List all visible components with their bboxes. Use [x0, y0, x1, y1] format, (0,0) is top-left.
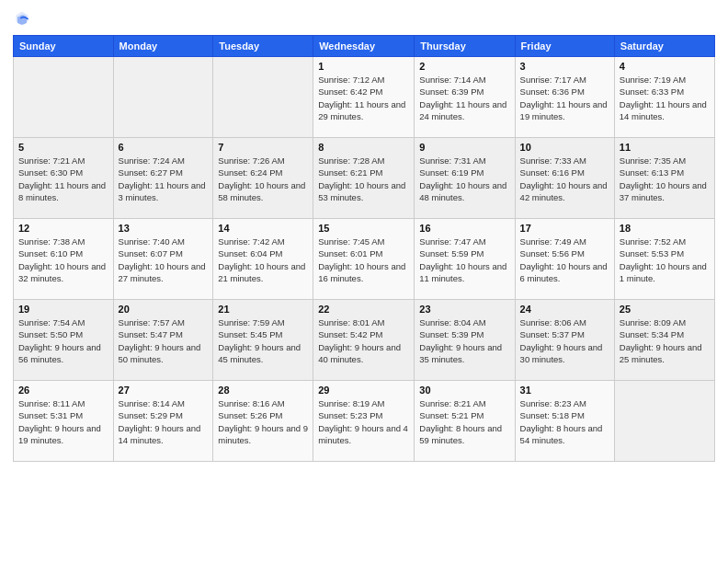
calendar-cell: 28Sunrise: 8:16 AMSunset: 5:26 PMDayligh… [213, 381, 313, 462]
calendar-cell: 17Sunrise: 7:49 AMSunset: 5:56 PMDayligh… [515, 219, 614, 300]
day-info: Sunrise: 7:52 AMSunset: 5:53 PMDaylight:… [620, 236, 710, 284]
day-info: Sunrise: 8:16 AMSunset: 5:26 PMDaylight:… [218, 397, 308, 446]
day-number: 20 [119, 304, 209, 315]
logo-icon [13, 9, 31, 28]
logo [13, 9, 35, 28]
day-info: Sunrise: 7:19 AMSunset: 6:33 PMDaylight:… [620, 74, 710, 122]
calendar-cell: 27Sunrise: 8:14 AMSunset: 5:29 PMDayligh… [113, 381, 213, 462]
day-number: 6 [119, 142, 209, 153]
calendar-cell: 31Sunrise: 8:23 AMSunset: 5:18 PMDayligh… [515, 381, 614, 462]
week-row-1: 1Sunrise: 7:12 AMSunset: 6:42 PMDaylight… [14, 57, 715, 138]
weekday-header-saturday: Saturday [614, 36, 714, 57]
calendar-cell: 13Sunrise: 7:40 AMSunset: 6:07 PMDayligh… [113, 219, 213, 300]
day-number: 23 [419, 304, 509, 315]
calendar-cell: 16Sunrise: 7:47 AMSunset: 5:59 PMDayligh… [415, 219, 515, 300]
day-number: 10 [520, 142, 609, 153]
calendar-cell: 22Sunrise: 8:01 AMSunset: 5:42 PMDayligh… [313, 300, 415, 381]
day-info: Sunrise: 8:09 AMSunset: 5:34 PMDaylight:… [620, 316, 710, 365]
calendar-cell: 8Sunrise: 7:28 AMSunset: 6:21 PMDaylight… [313, 138, 415, 219]
week-row-5: 26Sunrise: 8:11 AMSunset: 5:31 PMDayligh… [14, 381, 715, 462]
day-info: Sunrise: 7:42 AMSunset: 6:04 PMDaylight:… [218, 236, 308, 284]
day-number: 1 [318, 61, 409, 72]
weekday-header-tuesday: Tuesday [213, 36, 313, 57]
calendar-cell: 5Sunrise: 7:21 AMSunset: 6:30 PMDaylight… [14, 138, 114, 219]
day-number: 8 [318, 142, 409, 153]
weekday-header-monday: Monday [113, 36, 213, 57]
day-number: 17 [520, 223, 609, 234]
day-info: Sunrise: 7:35 AMSunset: 6:13 PMDaylight:… [620, 155, 710, 203]
day-info: Sunrise: 7:12 AMSunset: 6:42 PMDaylight:… [318, 74, 409, 122]
day-info: Sunrise: 7:57 AMSunset: 5:47 PMDaylight:… [119, 316, 209, 365]
weekday-header-wednesday: Wednesday [313, 36, 415, 57]
day-number: 18 [620, 223, 710, 234]
calendar-cell: 29Sunrise: 8:19 AMSunset: 5:23 PMDayligh… [313, 381, 415, 462]
week-row-3: 12Sunrise: 7:38 AMSunset: 6:10 PMDayligh… [14, 219, 715, 300]
calendar-cell [614, 381, 714, 462]
calendar-cell [14, 57, 114, 138]
calendar-cell [213, 57, 313, 138]
day-number: 7 [218, 142, 308, 153]
day-info: Sunrise: 7:54 AMSunset: 5:50 PMDaylight:… [18, 316, 108, 365]
calendar-cell: 25Sunrise: 8:09 AMSunset: 5:34 PMDayligh… [614, 300, 714, 381]
day-number: 16 [419, 223, 509, 234]
day-info: Sunrise: 7:40 AMSunset: 6:07 PMDaylight:… [119, 236, 209, 284]
week-row-4: 19Sunrise: 7:54 AMSunset: 5:50 PMDayligh… [14, 300, 715, 381]
day-number: 31 [520, 385, 609, 396]
weekday-header-thursday: Thursday [415, 36, 515, 57]
day-number: 4 [620, 61, 710, 72]
day-number: 9 [419, 142, 509, 153]
calendar-cell: 21Sunrise: 7:59 AMSunset: 5:45 PMDayligh… [213, 300, 313, 381]
calendar-cell: 7Sunrise: 7:26 AMSunset: 6:24 PMDaylight… [213, 138, 313, 219]
calendar-table: SundayMondayTuesdayWednesdayThursdayFrid… [13, 35, 715, 462]
day-info: Sunrise: 7:31 AMSunset: 6:19 PMDaylight:… [419, 155, 509, 203]
day-info: Sunrise: 8:01 AMSunset: 5:42 PMDaylight:… [318, 316, 409, 365]
calendar-cell: 20Sunrise: 7:57 AMSunset: 5:47 PMDayligh… [113, 300, 213, 381]
day-number: 2 [419, 61, 509, 72]
day-info: Sunrise: 8:23 AMSunset: 5:18 PMDaylight:… [520, 397, 609, 446]
day-number: 24 [520, 304, 609, 315]
day-number: 29 [318, 385, 409, 396]
weekday-header-friday: Friday [515, 36, 614, 57]
day-number: 11 [620, 142, 710, 153]
header [13, 9, 715, 28]
day-info: Sunrise: 8:06 AMSunset: 5:37 PMDaylight:… [520, 316, 609, 365]
day-info: Sunrise: 7:47 AMSunset: 5:59 PMDaylight:… [419, 236, 509, 284]
day-number: 22 [318, 304, 409, 315]
calendar-cell: 23Sunrise: 8:04 AMSunset: 5:39 PMDayligh… [415, 300, 515, 381]
calendar-cell [113, 57, 213, 138]
calendar-cell: 11Sunrise: 7:35 AMSunset: 6:13 PMDayligh… [614, 138, 714, 219]
calendar-cell: 1Sunrise: 7:12 AMSunset: 6:42 PMDaylight… [313, 57, 415, 138]
calendar-cell: 15Sunrise: 7:45 AMSunset: 6:01 PMDayligh… [313, 219, 415, 300]
day-info: Sunrise: 7:59 AMSunset: 5:45 PMDaylight:… [218, 316, 308, 365]
calendar-cell: 6Sunrise: 7:24 AMSunset: 6:27 PMDaylight… [113, 138, 213, 219]
day-info: Sunrise: 8:04 AMSunset: 5:39 PMDaylight:… [419, 316, 509, 365]
calendar-cell: 2Sunrise: 7:14 AMSunset: 6:39 PMDaylight… [415, 57, 515, 138]
calendar-cell: 10Sunrise: 7:33 AMSunset: 6:16 PMDayligh… [515, 138, 614, 219]
calendar-cell: 30Sunrise: 8:21 AMSunset: 5:21 PMDayligh… [415, 381, 515, 462]
day-info: Sunrise: 7:14 AMSunset: 6:39 PMDaylight:… [419, 74, 509, 122]
calendar-cell: 9Sunrise: 7:31 AMSunset: 6:19 PMDaylight… [415, 138, 515, 219]
calendar-cell: 3Sunrise: 7:17 AMSunset: 6:36 PMDaylight… [515, 57, 614, 138]
day-number: 30 [419, 385, 509, 396]
day-number: 25 [620, 304, 710, 315]
calendar-cell: 24Sunrise: 8:06 AMSunset: 5:37 PMDayligh… [515, 300, 614, 381]
day-number: 27 [119, 385, 209, 396]
day-number: 15 [318, 223, 409, 234]
day-info: Sunrise: 7:45 AMSunset: 6:01 PMDaylight:… [318, 236, 409, 284]
day-number: 3 [520, 61, 609, 72]
day-info: Sunrise: 7:24 AMSunset: 6:27 PMDaylight:… [119, 155, 209, 203]
day-info: Sunrise: 8:14 AMSunset: 5:29 PMDaylight:… [119, 397, 209, 446]
week-row-2: 5Sunrise: 7:21 AMSunset: 6:30 PMDaylight… [14, 138, 715, 219]
calendar-cell: 4Sunrise: 7:19 AMSunset: 6:33 PMDaylight… [614, 57, 714, 138]
weekday-header-row: SundayMondayTuesdayWednesdayThursdayFrid… [14, 36, 715, 57]
day-info: Sunrise: 7:21 AMSunset: 6:30 PMDaylight:… [18, 155, 108, 203]
day-number: 5 [18, 142, 108, 153]
day-number: 28 [218, 385, 308, 396]
day-number: 13 [119, 223, 209, 234]
calendar-container: SundayMondayTuesdayWednesdayThursdayFrid… [0, 0, 728, 563]
calendar-cell: 18Sunrise: 7:52 AMSunset: 5:53 PMDayligh… [614, 219, 714, 300]
day-info: Sunrise: 8:11 AMSunset: 5:31 PMDaylight:… [18, 397, 108, 446]
day-info: Sunrise: 7:33 AMSunset: 6:16 PMDaylight:… [520, 155, 609, 203]
day-number: 21 [218, 304, 308, 315]
day-number: 26 [18, 385, 108, 396]
